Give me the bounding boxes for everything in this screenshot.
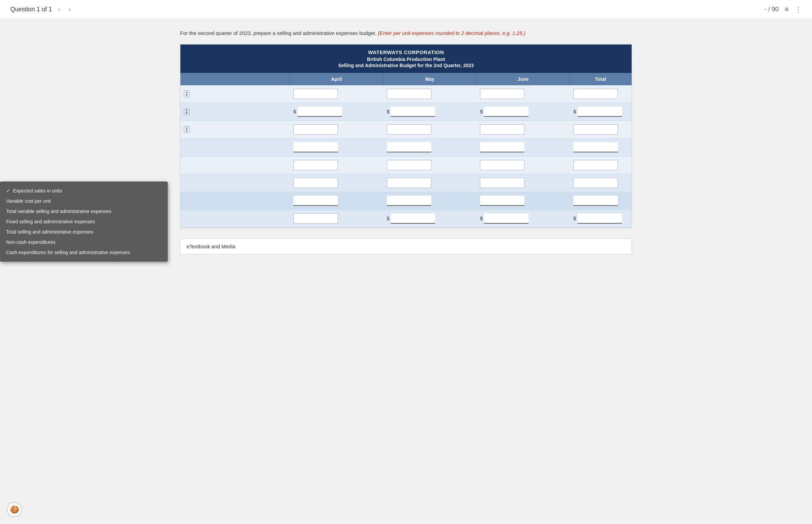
input-7-april[interactable] (293, 196, 338, 206)
spinner-1[interactable]: ▲▼ (184, 90, 190, 97)
input-cell-5-may (383, 158, 477, 172)
budget-title-text: Selling and Administrative Budget for th… (184, 63, 628, 68)
input-3-total[interactable] (573, 124, 618, 135)
column-headers: April May June Total (180, 73, 632, 85)
dollar-may-8: $ (387, 216, 390, 221)
dropdown-item-total-variable[interactable]: Total variable selling and administrativ… (0, 206, 168, 216)
input-cell-8-total: $ (570, 211, 632, 226)
top-bar-right: - / 90 ≡ ⋮ (764, 5, 802, 14)
input-4-total[interactable] (573, 142, 618, 152)
input-6-april[interactable] (293, 178, 338, 188)
row-label-dropdown[interactable]: ✓ Expected sales in units Variable cost … (0, 182, 168, 262)
input-3-april[interactable] (293, 124, 338, 135)
input-7-may[interactable] (387, 196, 431, 206)
input-cell-5-total (570, 158, 632, 172)
table-row: ▲▼ (180, 121, 632, 139)
input-cell-6-may (383, 176, 477, 190)
question-text-before: For the second quarter of 2023, prepare … (180, 30, 377, 36)
input-6-total[interactable] (573, 178, 618, 188)
table-row (180, 174, 632, 192)
input-cell-3-april (290, 122, 383, 137)
input-8-april[interactable] (293, 213, 338, 224)
input-2-april[interactable] (297, 107, 342, 117)
input-cell-2-may: $ (383, 104, 477, 119)
input-cell-1-april (290, 87, 383, 101)
input-7-june[interactable] (480, 196, 524, 206)
input-3-june[interactable] (480, 124, 524, 135)
input-1-may[interactable] (387, 89, 431, 99)
input-cell-4-april (290, 140, 383, 154)
dropdown-item-fixed[interactable]: Fixed selling and administrative expense… (0, 216, 168, 227)
input-4-june[interactable] (480, 142, 524, 152)
row-label-total-selling (180, 198, 290, 203)
input-7-total[interactable] (573, 196, 618, 206)
budget-table: WATERWAYS CORPORATION British Columbia P… (180, 44, 632, 228)
input-2-total[interactable] (578, 107, 622, 117)
spinner-2[interactable]: ▲▼ (184, 108, 190, 115)
dropdown-item-label: Total selling and administrative expense… (6, 229, 93, 235)
dropdown-item-total-selling[interactable]: Total selling and administrative expense… (0, 227, 168, 237)
input-cell-2-total: $ (570, 104, 632, 119)
list-icon-button[interactable]: ≡ (785, 5, 789, 13)
input-6-may[interactable] (387, 178, 431, 188)
input-3-may[interactable] (387, 124, 431, 135)
input-cell-1-total (570, 87, 632, 101)
input-cell-6-june (477, 176, 570, 190)
dropdown-item-label: Cash expenditures for selling and admini… (6, 250, 130, 255)
input-cell-3-total (570, 122, 632, 137)
input-cell-6-total (570, 176, 632, 190)
input-cell-6-april (290, 176, 383, 190)
input-cell-4-may (383, 140, 477, 154)
input-5-june[interactable] (480, 160, 524, 170)
dropdown-item-label: Total variable selling and administrativ… (6, 209, 111, 214)
input-4-april[interactable] (293, 142, 338, 152)
next-question-button[interactable]: › (66, 5, 73, 14)
input-5-april[interactable] (293, 160, 338, 170)
row-label-cash (180, 216, 290, 221)
input-1-april[interactable] (293, 89, 338, 99)
input-1-total[interactable] (573, 89, 618, 99)
dollar-total-8: $ (573, 216, 576, 221)
input-2-june[interactable] (484, 107, 529, 117)
input-cell-2-june: $ (477, 104, 570, 119)
input-cell-3-june (477, 122, 570, 137)
input-5-may[interactable] (387, 160, 431, 170)
input-cell-7-may (383, 194, 477, 208)
checkmark-icon: ✓ (6, 188, 10, 194)
dropdown-item-cash-expenditures[interactable]: Cash expenditures for selling and admini… (0, 247, 168, 258)
dropdown-item-label: Expected sales in units (13, 188, 62, 194)
col-header-may: May (383, 73, 477, 85)
dropdown-item-variable-cost[interactable]: Variable cost per unit (0, 196, 168, 206)
input-6-june[interactable] (480, 178, 524, 188)
dropdown-item-label: Non-cash expenditures (6, 239, 55, 245)
input-5-total[interactable] (573, 160, 618, 170)
table-row-cash: $ $ $ (180, 210, 632, 228)
input-8-june[interactable] (484, 213, 529, 224)
row-label-5 (180, 162, 290, 168)
row-label-6 (180, 180, 290, 186)
dropdown-item-non-cash[interactable]: Non-cash expenditures (0, 237, 168, 247)
table-row: ▲▼ $ $ $ $ (180, 103, 632, 121)
input-cell-5-june (477, 158, 570, 172)
input-4-may[interactable] (387, 142, 431, 152)
input-1-june[interactable] (480, 89, 524, 99)
question-text-red: (Enter per unit expenses rounded to 2 de… (378, 30, 525, 36)
input-8-may[interactable] (391, 213, 435, 224)
input-8-total[interactable] (578, 213, 622, 224)
input-cell-7-total (570, 194, 632, 208)
etextbook-label: eTextbook and Media (187, 244, 236, 249)
col-header-april: April (290, 73, 383, 85)
row-label-4 (180, 145, 290, 150)
input-cell-1-june (477, 87, 570, 101)
input-cell-8-april (290, 211, 383, 226)
input-cell-4-june (477, 140, 570, 154)
more-options-button[interactable]: ⋮ (795, 5, 802, 14)
input-2-may[interactable] (391, 107, 435, 117)
prev-question-button[interactable]: ‹ (56, 5, 62, 14)
dropdown-item-selected[interactable]: ✓ Expected sales in units (0, 186, 168, 196)
col-header-label (180, 73, 290, 85)
spinner-3[interactable]: ▲▼ (184, 126, 190, 133)
row-label-3: ▲▼ (180, 123, 290, 136)
main-content: For the second quarter of 2023, prepare … (166, 19, 646, 265)
table-header: WATERWAYS CORPORATION British Columbia P… (180, 45, 632, 73)
